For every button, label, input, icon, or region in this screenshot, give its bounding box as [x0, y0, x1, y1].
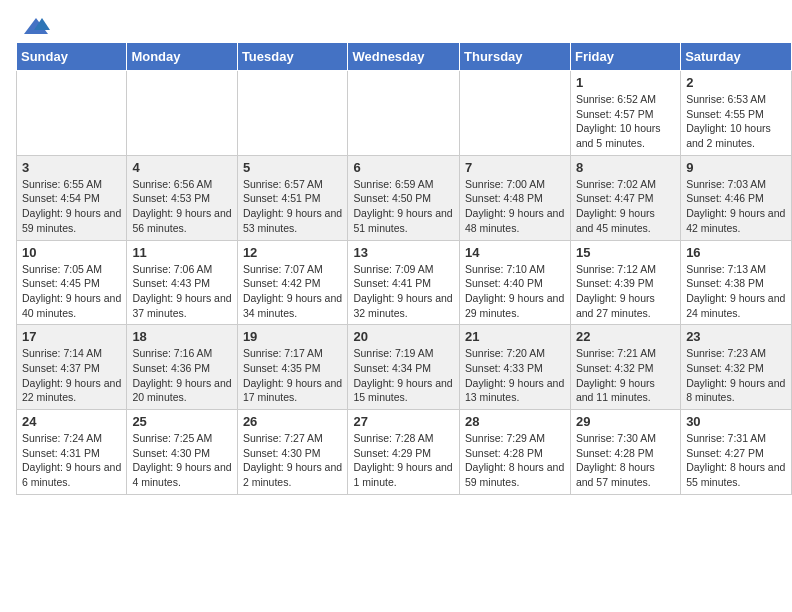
calendar-cell: 13Sunrise: 7:09 AM Sunset: 4:41 PM Dayli… [348, 240, 460, 325]
day-info: Sunrise: 7:06 AM Sunset: 4:43 PM Dayligh… [132, 263, 231, 319]
page-header [0, 0, 792, 42]
calendar-cell: 19Sunrise: 7:17 AM Sunset: 4:35 PM Dayli… [237, 325, 348, 410]
day-number: 23 [686, 329, 786, 344]
weekday-monday: Monday [127, 43, 237, 71]
day-number: 26 [243, 414, 343, 429]
day-number: 8 [576, 160, 675, 175]
calendar-cell: 1Sunrise: 6:52 AM Sunset: 4:57 PM Daylig… [570, 71, 680, 156]
calendar-week-2: 3Sunrise: 6:55 AM Sunset: 4:54 PM Daylig… [17, 155, 792, 240]
weekday-thursday: Thursday [460, 43, 571, 71]
calendar-cell: 14Sunrise: 7:10 AM Sunset: 4:40 PM Dayli… [460, 240, 571, 325]
day-number: 3 [22, 160, 121, 175]
day-info: Sunrise: 7:27 AM Sunset: 4:30 PM Dayligh… [243, 432, 342, 488]
calendar-cell: 26Sunrise: 7:27 AM Sunset: 4:30 PM Dayli… [237, 410, 348, 495]
calendar-cell: 6Sunrise: 6:59 AM Sunset: 4:50 PM Daylig… [348, 155, 460, 240]
calendar-cell: 24Sunrise: 7:24 AM Sunset: 4:31 PM Dayli… [17, 410, 127, 495]
day-number: 16 [686, 245, 786, 260]
day-number: 17 [22, 329, 121, 344]
calendar-cell: 16Sunrise: 7:13 AM Sunset: 4:38 PM Dayli… [681, 240, 792, 325]
day-number: 14 [465, 245, 565, 260]
day-info: Sunrise: 7:17 AM Sunset: 4:35 PM Dayligh… [243, 347, 342, 403]
calendar-week-5: 24Sunrise: 7:24 AM Sunset: 4:31 PM Dayli… [17, 410, 792, 495]
day-info: Sunrise: 6:55 AM Sunset: 4:54 PM Dayligh… [22, 178, 121, 234]
calendar-cell: 11Sunrise: 7:06 AM Sunset: 4:43 PM Dayli… [127, 240, 237, 325]
weekday-saturday: Saturday [681, 43, 792, 71]
logo-icon [22, 16, 50, 38]
day-number: 11 [132, 245, 231, 260]
calendar-body: 1Sunrise: 6:52 AM Sunset: 4:57 PM Daylig… [17, 71, 792, 495]
day-number: 28 [465, 414, 565, 429]
weekday-header-row: SundayMondayTuesdayWednesdayThursdayFrid… [17, 43, 792, 71]
calendar-cell: 27Sunrise: 7:28 AM Sunset: 4:29 PM Dayli… [348, 410, 460, 495]
day-info: Sunrise: 7:24 AM Sunset: 4:31 PM Dayligh… [22, 432, 121, 488]
calendar-cell: 28Sunrise: 7:29 AM Sunset: 4:28 PM Dayli… [460, 410, 571, 495]
day-info: Sunrise: 7:28 AM Sunset: 4:29 PM Dayligh… [353, 432, 452, 488]
day-info: Sunrise: 6:53 AM Sunset: 4:55 PM Dayligh… [686, 93, 771, 149]
calendar-cell: 3Sunrise: 6:55 AM Sunset: 4:54 PM Daylig… [17, 155, 127, 240]
calendar-cell: 5Sunrise: 6:57 AM Sunset: 4:51 PM Daylig… [237, 155, 348, 240]
calendar-cell: 7Sunrise: 7:00 AM Sunset: 4:48 PM Daylig… [460, 155, 571, 240]
day-number: 1 [576, 75, 675, 90]
weekday-friday: Friday [570, 43, 680, 71]
calendar-cell: 10Sunrise: 7:05 AM Sunset: 4:45 PM Dayli… [17, 240, 127, 325]
day-info: Sunrise: 7:19 AM Sunset: 4:34 PM Dayligh… [353, 347, 452, 403]
calendar-cell: 18Sunrise: 7:16 AM Sunset: 4:36 PM Dayli… [127, 325, 237, 410]
day-number: 29 [576, 414, 675, 429]
calendar-table: SundayMondayTuesdayWednesdayThursdayFrid… [16, 42, 792, 495]
day-info: Sunrise: 7:23 AM Sunset: 4:32 PM Dayligh… [686, 347, 785, 403]
day-number: 15 [576, 245, 675, 260]
day-info: Sunrise: 7:20 AM Sunset: 4:33 PM Dayligh… [465, 347, 564, 403]
day-number: 27 [353, 414, 454, 429]
calendar-cell: 17Sunrise: 7:14 AM Sunset: 4:37 PM Dayli… [17, 325, 127, 410]
logo [20, 16, 50, 34]
calendar-cell: 22Sunrise: 7:21 AM Sunset: 4:32 PM Dayli… [570, 325, 680, 410]
calendar-cell: 21Sunrise: 7:20 AM Sunset: 4:33 PM Dayli… [460, 325, 571, 410]
calendar-cell [17, 71, 127, 156]
calendar-cell: 25Sunrise: 7:25 AM Sunset: 4:30 PM Dayli… [127, 410, 237, 495]
day-number: 7 [465, 160, 565, 175]
calendar-week-3: 10Sunrise: 7:05 AM Sunset: 4:45 PM Dayli… [17, 240, 792, 325]
day-number: 9 [686, 160, 786, 175]
day-number: 4 [132, 160, 231, 175]
calendar-cell [127, 71, 237, 156]
calendar-cell: 12Sunrise: 7:07 AM Sunset: 4:42 PM Dayli… [237, 240, 348, 325]
day-number: 12 [243, 245, 343, 260]
calendar-cell: 8Sunrise: 7:02 AM Sunset: 4:47 PM Daylig… [570, 155, 680, 240]
day-info: Sunrise: 7:13 AM Sunset: 4:38 PM Dayligh… [686, 263, 785, 319]
day-number: 10 [22, 245, 121, 260]
calendar-cell: 2Sunrise: 6:53 AM Sunset: 4:55 PM Daylig… [681, 71, 792, 156]
weekday-wednesday: Wednesday [348, 43, 460, 71]
calendar-cell: 15Sunrise: 7:12 AM Sunset: 4:39 PM Dayli… [570, 240, 680, 325]
day-number: 6 [353, 160, 454, 175]
day-number: 19 [243, 329, 343, 344]
calendar-cell: 9Sunrise: 7:03 AM Sunset: 4:46 PM Daylig… [681, 155, 792, 240]
day-info: Sunrise: 7:02 AM Sunset: 4:47 PM Dayligh… [576, 178, 656, 234]
day-info: Sunrise: 7:03 AM Sunset: 4:46 PM Dayligh… [686, 178, 785, 234]
calendar-cell: 30Sunrise: 7:31 AM Sunset: 4:27 PM Dayli… [681, 410, 792, 495]
day-info: Sunrise: 7:30 AM Sunset: 4:28 PM Dayligh… [576, 432, 656, 488]
calendar-cell: 4Sunrise: 6:56 AM Sunset: 4:53 PM Daylig… [127, 155, 237, 240]
day-info: Sunrise: 6:59 AM Sunset: 4:50 PM Dayligh… [353, 178, 452, 234]
calendar-cell [237, 71, 348, 156]
day-info: Sunrise: 7:09 AM Sunset: 4:41 PM Dayligh… [353, 263, 452, 319]
day-number: 13 [353, 245, 454, 260]
calendar-cell [348, 71, 460, 156]
day-info: Sunrise: 6:57 AM Sunset: 4:51 PM Dayligh… [243, 178, 342, 234]
day-info: Sunrise: 7:25 AM Sunset: 4:30 PM Dayligh… [132, 432, 231, 488]
day-info: Sunrise: 7:12 AM Sunset: 4:39 PM Dayligh… [576, 263, 656, 319]
day-info: Sunrise: 7:14 AM Sunset: 4:37 PM Dayligh… [22, 347, 121, 403]
calendar-cell [460, 71, 571, 156]
calendar-week-1: 1Sunrise: 6:52 AM Sunset: 4:57 PM Daylig… [17, 71, 792, 156]
weekday-sunday: Sunday [17, 43, 127, 71]
day-number: 25 [132, 414, 231, 429]
day-number: 2 [686, 75, 786, 90]
calendar-cell: 20Sunrise: 7:19 AM Sunset: 4:34 PM Dayli… [348, 325, 460, 410]
weekday-tuesday: Tuesday [237, 43, 348, 71]
day-number: 20 [353, 329, 454, 344]
day-info: Sunrise: 7:07 AM Sunset: 4:42 PM Dayligh… [243, 263, 342, 319]
day-info: Sunrise: 7:10 AM Sunset: 4:40 PM Dayligh… [465, 263, 564, 319]
day-info: Sunrise: 6:52 AM Sunset: 4:57 PM Dayligh… [576, 93, 661, 149]
day-number: 21 [465, 329, 565, 344]
calendar-cell: 29Sunrise: 7:30 AM Sunset: 4:28 PM Dayli… [570, 410, 680, 495]
day-info: Sunrise: 7:16 AM Sunset: 4:36 PM Dayligh… [132, 347, 231, 403]
